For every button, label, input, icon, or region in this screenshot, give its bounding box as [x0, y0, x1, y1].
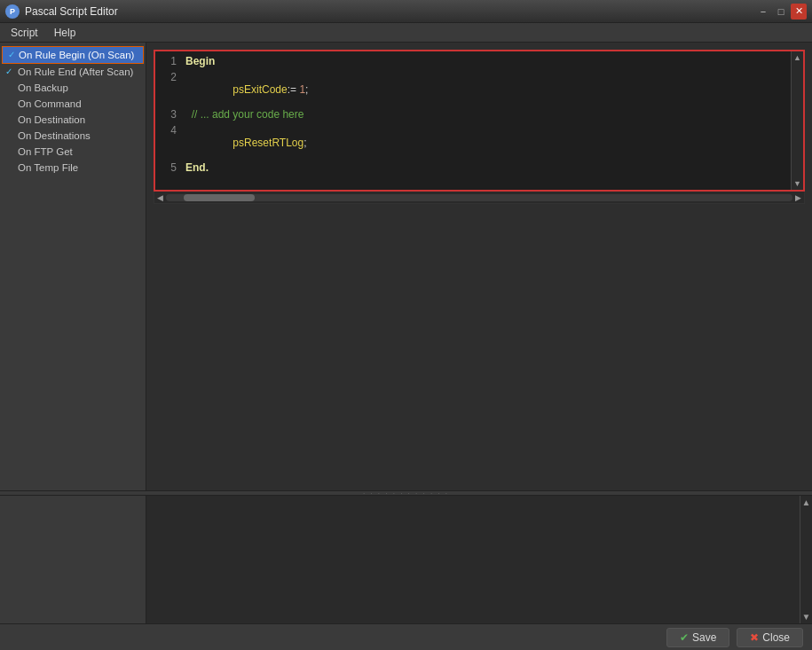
nav-label-6: On FTP Get	[18, 146, 73, 157]
scroll-right-arrow[interactable]: ▶	[792, 193, 804, 202]
line-number: 3	[159, 108, 177, 121]
close-icon: ✖	[750, 631, 759, 644]
menu-bar: Script Help	[0, 23, 812, 43]
bottom-scroll-up[interactable]: ▲	[802, 497, 811, 507]
nav-item-2[interactable]: On Backup	[0, 80, 146, 96]
nav-label-7: On Temp File	[18, 162, 78, 173]
line-content: // ... add your code here	[185, 108, 787, 121]
horizontal-scrollbar-area: ◀ ▶	[154, 192, 805, 204]
nav-item-4[interactable]: On Destination	[0, 112, 146, 128]
title-bar-left: P Pascal Script Editor	[5, 4, 118, 19]
bottom-vertical-scrollbar[interactable]: ▲ ▼	[800, 496, 812, 623]
check-icon: ✓	[8, 50, 15, 59]
scroll-up-arrow[interactable]: ▲	[793, 53, 801, 62]
line-content: End.	[185, 161, 787, 174]
code-editor[interactable]: 1 Begin 2 psExitCode:= 1; 3 // ... add y…	[155, 51, 791, 190]
bottom-scroll-down[interactable]: ▼	[802, 612, 811, 622]
save-label: Save	[692, 631, 716, 644]
bottom-right-panel: ▲ ▼	[146, 496, 812, 623]
nav-label-2: On Backup	[18, 82, 68, 93]
menu-help[interactable]: Help	[47, 25, 83, 41]
scrollbar-track-h	[166, 194, 792, 201]
code-line-5: 5 End.	[155, 161, 791, 177]
vertical-scrollbar[interactable]: ▲ ▼	[791, 51, 803, 190]
line-number: 4	[159, 124, 177, 137]
bottom-left-panel	[0, 496, 146, 623]
code-line-4: 4 psResetRTLog;	[155, 124, 791, 161]
nav-item-7[interactable]: On Temp File	[0, 160, 146, 176]
bottom-panel: ▲ ▼	[0, 496, 812, 623]
menu-script[interactable]: Script	[4, 25, 45, 41]
scroll-left-arrow[interactable]: ◀	[154, 193, 166, 202]
editor-area: 1 Begin 2 psExitCode:= 1; 3 // ... add y…	[146, 43, 812, 490]
line-content: psExitCode:= 1;	[185, 71, 787, 108]
nav-item-1[interactable]: ✓ On Rule End (After Scan)	[0, 64, 146, 80]
line-content: Begin	[185, 55, 787, 67]
save-icon: ✔	[680, 631, 689, 644]
title-bar: P Pascal Script Editor − □ ✕	[0, 0, 812, 23]
code-line-1: 1 Begin	[155, 55, 791, 71]
line-content: psResetRTLog;	[185, 124, 787, 161]
nav-label-5: On Destinations	[18, 130, 91, 141]
nav-item-0[interactable]: ✓ On Rule Begin (On Scan)	[2, 46, 144, 64]
nav-item-5[interactable]: On Destinations	[0, 128, 146, 144]
nav-label-0: On Rule Begin (On Scan)	[19, 50, 134, 60]
nav-item-3[interactable]: On Command	[0, 96, 146, 112]
maximize-button[interactable]: □	[773, 4, 789, 20]
scrollbar-thumb-h[interactable]	[184, 194, 255, 201]
nav-item-6[interactable]: On FTP Get	[0, 144, 146, 160]
check-icon: ✓	[5, 67, 12, 76]
nav-label-3: On Command	[18, 98, 82, 109]
code-editor-wrapper: 1 Begin 2 psExitCode:= 1; 3 // ... add y…	[154, 50, 805, 192]
code-line-3: 3 // ... add your code here	[155, 108, 791, 124]
line-number: 5	[159, 161, 177, 174]
left-panel: ✓ On Rule Begin (On Scan) ✓ On Rule End …	[0, 43, 146, 490]
code-line-2: 2 psExitCode:= 1;	[155, 71, 791, 108]
window-title: Pascal Script Editor	[25, 5, 118, 18]
close-button[interactable]: ✖ Close	[737, 628, 803, 647]
content-area: ✓ On Rule Begin (On Scan) ✓ On Rule End …	[0, 43, 812, 490]
save-button[interactable]: ✔ Save	[666, 628, 729, 647]
close-window-button[interactable]: ✕	[791, 4, 807, 20]
line-number: 1	[159, 55, 177, 67]
nav-label-4: On Destination	[18, 114, 85, 125]
line-number: 2	[159, 71, 177, 83]
main-layout: ✓ On Rule Begin (On Scan) ✓ On Rule End …	[0, 43, 812, 650]
minimize-button[interactable]: −	[755, 4, 771, 20]
app-icon: P	[5, 4, 20, 19]
close-label: Close	[762, 631, 790, 644]
nav-label-1: On Rule End (After Scan)	[18, 67, 133, 77]
scroll-down-arrow[interactable]: ▼	[793, 179, 801, 188]
window-controls: − □ ✕	[755, 4, 807, 20]
footer: ✔ Save ✖ Close	[0, 623, 812, 650]
